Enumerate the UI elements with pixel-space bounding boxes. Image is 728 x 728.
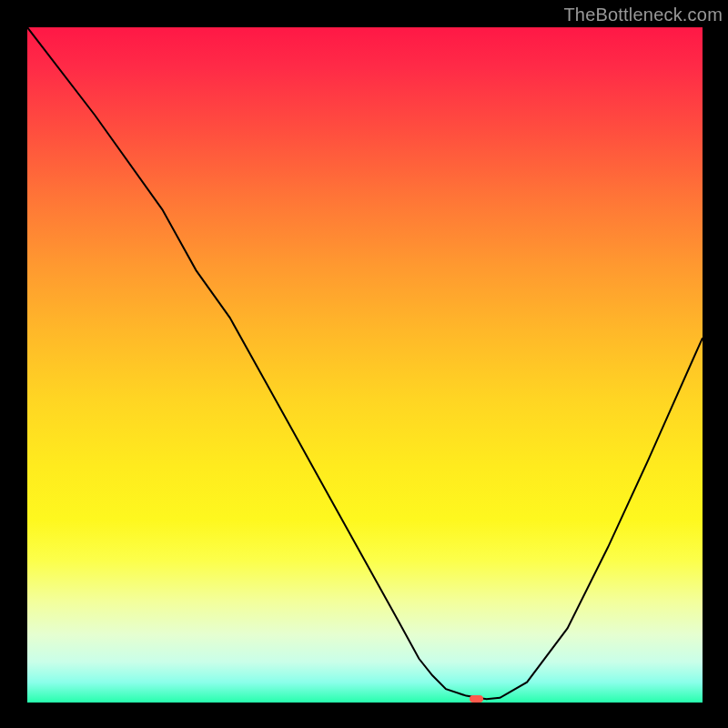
bottleneck-curve <box>27 27 703 703</box>
x-axis <box>27 703 703 704</box>
optimal-marker <box>470 695 483 703</box>
chart-container: TheBottleneck.com <box>0 0 728 728</box>
watermark-text: TheBottleneck.com <box>563 5 723 25</box>
